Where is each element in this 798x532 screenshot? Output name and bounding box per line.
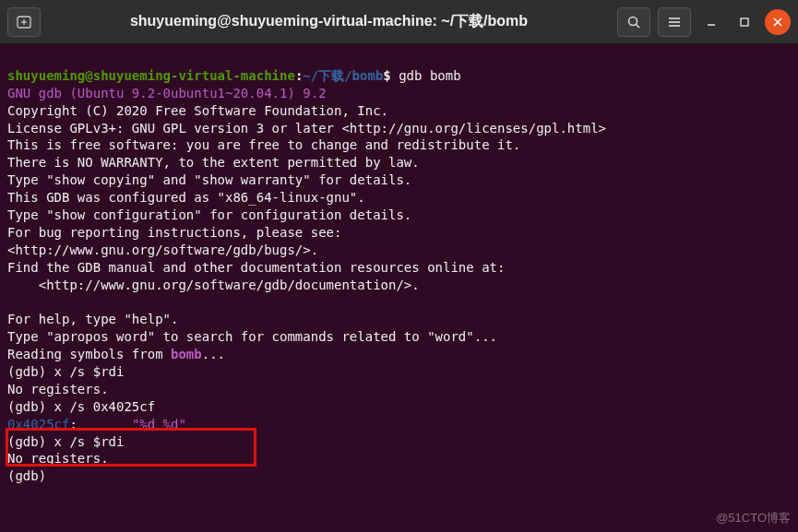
terminal-line: Reading symbols from (7, 347, 171, 361)
hamburger-icon (667, 15, 682, 30)
minimize-button[interactable] (698, 9, 724, 35)
minimize-icon (706, 17, 717, 28)
window-title: shuyueming@shuyueming-virtual-machine: ~… (48, 12, 610, 31)
svg-point-3 (629, 17, 637, 25)
prompt-userhost: shuyueming@shuyueming-virtual-machine (7, 68, 295, 83)
maximize-icon (739, 17, 750, 28)
watermark: @51CTO博客 (716, 510, 791, 526)
terminal-line: This is free software: you are free to c… (7, 137, 520, 152)
new-tab-icon (17, 16, 31, 29)
terminal-line: For bug reporting instructions, please s… (7, 225, 341, 240)
terminal-line: <http://www.gnu.org/software/gdb/bugs/>. (7, 242, 318, 257)
terminal-line: There is NO WARRANTY, to the extent perm… (7, 155, 420, 170)
memory-address: 0x4025cf (7, 417, 69, 432)
search-button[interactable] (617, 7, 650, 37)
terminal-line: <http://www.gnu.org/software/gdb/documen… (7, 278, 420, 292)
close-icon (772, 17, 783, 28)
terminal-line: ... (202, 347, 225, 361)
terminal-line: No registers. (7, 451, 109, 466)
terminal-line: : (69, 417, 131, 432)
gdb-prompt-line: (gdb) x /s 0x4025cf (7, 399, 155, 414)
symbol-file: bomb (171, 347, 202, 361)
terminal-line: No registers. (7, 382, 109, 396)
gdb-prompt-line: (gdb) (7, 468, 54, 483)
new-tab-button[interactable] (7, 7, 41, 37)
hamburger-menu-button[interactable] (658, 7, 691, 37)
terminal-line: Type "show copying" and "show warranty" … (7, 172, 411, 187)
terminal-line: For help, type "help". (7, 312, 178, 326)
svg-rect-9 (741, 18, 748, 26)
window-titlebar: shuyueming@shuyueming-virtual-machine: ~… (0, 0, 798, 44)
terminal-area[interactable]: shuyueming@shuyueming-virtual-machine:~/… (0, 44, 798, 532)
gdb-prompt-line: (gdb) x /s $rdi (7, 434, 124, 449)
gdb-version-line: GNU gdb (Ubuntu 9.2-0ubuntu1~20.04.1) 9.… (7, 86, 327, 100)
terminal-line: This GDB was configured as "x86_64-linux… (7, 190, 365, 205)
terminal-line: Copyright (C) 2020 Free Software Foundat… (7, 103, 388, 118)
terminal-line: Type "show configuration" for configurat… (7, 207, 411, 222)
search-icon (626, 15, 641, 30)
gdb-prompt-line: (gdb) x /s $rdi (7, 364, 124, 379)
maximize-button[interactable] (732, 9, 757, 35)
close-button[interactable] (765, 9, 791, 35)
terminal-line: Find the GDB manual and other documentat… (7, 260, 505, 275)
memory-string: "%d %d" (132, 417, 186, 432)
svg-line-4 (637, 24, 640, 28)
command-input: gdb bomb (391, 68, 461, 83)
prompt-dollar: $ (383, 68, 390, 83)
terminal-line: Type "apropos word" to search for comman… (7, 329, 497, 344)
prompt-path: ~/下载/bomb (303, 68, 383, 83)
terminal-line: License GPLv3+: GNU GPL version 3 or lat… (7, 121, 606, 136)
